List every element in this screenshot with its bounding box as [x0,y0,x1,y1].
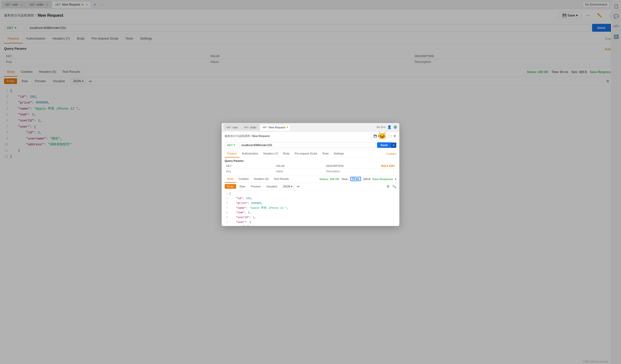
modal-col-key: KEY [225,164,275,168]
modal-tab-settings[interactable]: Settings [331,150,347,158]
modal-method-chevron-icon: ▾ [234,144,235,147]
modal-send-button[interactable]: Send [377,142,391,148]
modal-response-section: Body Cookies Headers (5) Test Results St… [222,175,399,226]
modal-col-bulk: Bulk Edit [374,164,396,168]
modal-size-display: 328 B [363,178,370,181]
modal-col-desc: DESCRIPTION [325,164,375,168]
modal-json-view: 1 { 2 "id": 101, 3 "price": 699900, 4 "n… [222,190,399,226]
modal-profile-icon[interactable]: 👤 [387,125,391,129]
modal-json-content: "id": 1, [229,224,256,226]
modal-url-bar: GET ▾ Send ▾ [222,141,399,150]
modal-line-number: 3 [223,201,228,205]
modal-line-number: 1 [223,192,228,196]
modal-response-tabs: Body Cookies Headers (5) Test Results St… [222,176,399,183]
modal-header: 服务拆分与远程调用 / New Request 💾 Save ⬚ ✕ [222,132,399,141]
modal-param-value-input[interactable] [276,170,323,173]
modal-format-pretty[interactable]: Pretty [225,184,236,189]
modal-response-body-tabs: Pretty Raw Preview Visualize JSON ▾ ⇌ ⧉ … [222,183,399,190]
modal-json-line-8: 8 "id": 1, [222,224,399,226]
modal-tab-authorization[interactable]: Authorization [239,150,261,158]
modal-json-content: "user": { [229,220,251,225]
modal-tab-body[interactable]: Body [281,150,292,158]
modal-json-content: "num": 1, [229,210,251,215]
modal-json-chevron-icon: ▾ [291,185,292,188]
modal-param-value-cell[interactable] [275,168,325,174]
modal-format-raw[interactable]: Raw [238,184,247,189]
modal-json-label: JSON [283,185,290,188]
modal-json-content: "id": 101, [229,196,253,201]
modal-json-line-6: 6 "userId": 1, [222,215,399,220]
modal-col-value: VALUE [275,164,325,168]
modal-tab-bar: GET user GET order GET New Request No En… [222,123,399,132]
modal-line-number: 8 [223,225,228,226]
modal-save-response-chevron-icon[interactable]: ▾ [395,178,396,180]
modal-tab-headers[interactable]: Headers (7) [261,150,281,158]
modal-format-preview[interactable]: Preview [249,184,263,189]
modal-json-content: "name": "Apple 苹果 iPhone 12 ", [229,206,288,211]
modal-json-line-4: 4 "name": "Apple 苹果 iPhone 12 ", [222,206,399,211]
modal-json-content: "price": 699900, [229,201,263,206]
modal-breadcrumb: 服务拆分与远程调用 / New Request [225,134,270,138]
modal-close-button[interactable]: ✕ [394,125,397,129]
modal-save-response-button[interactable]: Save Response [372,178,393,181]
modal-search-icon[interactable]: 🔍 [392,185,396,188]
modal-resp-tab-cookies[interactable]: Cookies [236,176,251,183]
modal-resp-tab-tests[interactable]: Test Results [271,176,291,183]
modal-resp-tab-headers[interactable]: Headers (5) [251,176,271,183]
modal-json-line-7: 7 "user": { [222,220,399,225]
modal-response-status-bar: Status: 200 OK Time: 70 ms 328 B Save Re… [319,177,396,181]
modal-json-content: "userId": 1, [229,215,256,220]
modal-bulk-edit-button[interactable]: Bulk Edit [381,165,395,167]
modal-line-number: 7 [223,220,228,224]
modal-method-label: GET [227,144,233,147]
modal-save-button[interactable]: 💾 Save [371,133,387,139]
modal-tab-label: user [233,126,238,129]
modal-line-number: 2 [223,196,228,201]
modal-json-line-2: 2 "id": 101, [222,196,399,201]
modal-close-icon[interactable]: ✕ [393,134,396,138]
modal-wrap-icon[interactable]: ⇌ [297,185,300,188]
modal-param-desc-input[interactable] [326,170,373,173]
modal-time-badge: 70 ms [350,177,361,181]
modal-format-visualize[interactable]: Visualize [264,184,280,189]
modal-tab-prerequest[interactable]: Pre-request Script [292,150,320,158]
modal-env-icon: No Env [377,126,386,129]
modal-extra-icon[interactable]: ⬚ [388,134,392,138]
modal-tab-method: GET [263,126,267,129]
modal-breadcrumb-current: New Request [252,134,270,137]
modal-param-desc-cell[interactable] [325,168,375,174]
modal-cookies-link[interactable]: Cookies [386,152,396,155]
modal-params-table: KEY VALUE DESCRIPTION Bulk Edit [225,164,396,174]
modal-tab-new-request[interactable]: GET New Request [260,124,291,131]
modal-tab-order[interactable]: GET order [241,124,259,130]
modal-tab-label: New Request [269,126,285,129]
modal-params-title: Query Params [225,159,396,162]
modal-tab-dot [287,127,288,128]
modal-url-input[interactable] [239,142,375,148]
modal-tab-method: GET [226,126,231,129]
modal-json-line-1: 1 { [222,192,399,196]
modal-send-dropdown-button[interactable]: ▾ [391,143,396,148]
modal-time-label: Time: [341,178,348,181]
modal-request-tabs: Params Authorization Headers (7) Body Pr… [222,150,399,158]
modal-json-format-selector[interactable]: JSON ▾ [281,184,294,189]
modal-table-row [225,168,396,174]
modal-window: ✕ GET user GET order GET New Request No … [222,123,399,226]
modal-param-key-cell[interactable] [225,168,275,174]
modal-tab-tests[interactable]: Tests [320,150,331,158]
modal-tab-params[interactable]: Params [225,150,239,158]
modal-overlay: ✕ GET user GET order GET New Request No … [0,0,621,364]
modal-tab-label: order [250,126,256,129]
modal-method-select[interactable]: GET ▾ [225,142,237,148]
modal-send-button-group: Send ▾ [377,142,396,148]
modal-tab-user[interactable]: GET user [224,124,241,130]
modal-resp-tab-body[interactable]: Body [225,176,236,183]
modal-breadcrumb-parent: 服务拆分与远程调用 [225,134,250,137]
modal-json-line-5: 5 "num": 1, [222,210,399,215]
modal-tab-method: GET [244,126,249,129]
modal-param-key-input[interactable] [226,170,273,173]
modal-line-number: 6 [223,215,228,220]
modal-json-line-3: 3 "price": 699900, [222,201,399,206]
modal-copy-icon[interactable]: ⧉ [387,184,389,188]
modal-header-actions: 💾 Save ⬚ ✕ [371,133,396,139]
